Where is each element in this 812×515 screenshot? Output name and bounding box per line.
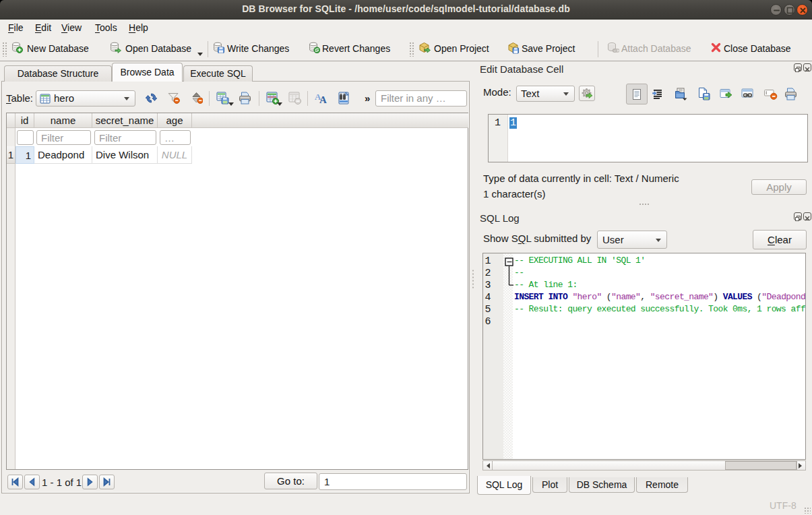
svg-text:A: A (319, 94, 327, 104)
